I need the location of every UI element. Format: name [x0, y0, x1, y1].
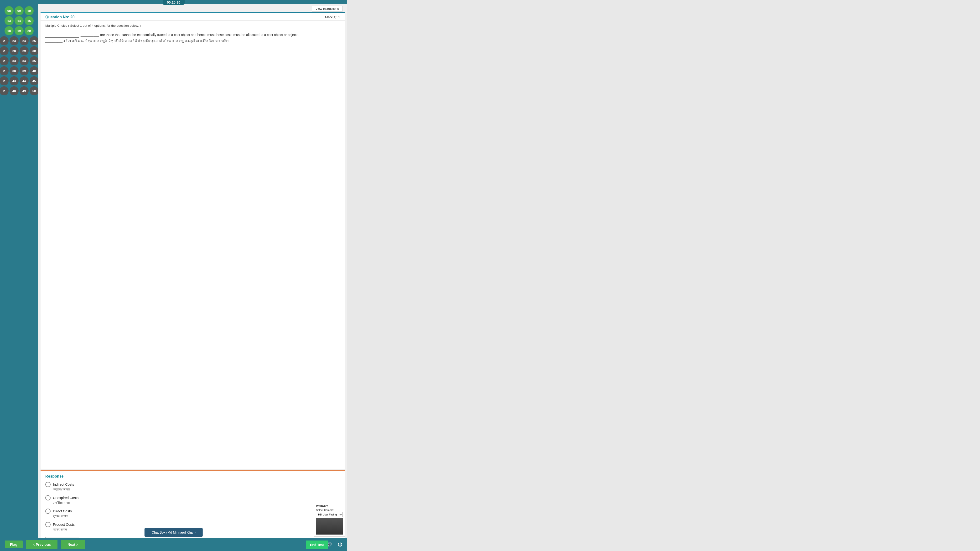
question-number-btn[interactable]: 48 [10, 86, 19, 95]
option-row[interactable]: Direct Costs [45, 508, 340, 514]
question-number-btn[interactable]: 28 [10, 46, 19, 55]
options-container: Indirect Costsअप्रत्यक्ष लागतUnexpired C… [45, 482, 340, 532]
option-label-english: Unexpired Costs [53, 496, 78, 500]
response-section: Response Indirect Costsअप्रत्यक्ष लागतUn… [41, 471, 345, 549]
sidebar-row: 2484950 [2, 86, 37, 95]
question-number-btn[interactable]: 2 [0, 66, 9, 75]
question-number-btn[interactable]: 20 [25, 26, 33, 35]
question-number-btn[interactable]: 40 [30, 66, 38, 75]
end-test-button[interactable]: End Test [306, 540, 328, 549]
top-bar: 00:25:30 [0, 0, 347, 4]
question-number: Question No: 20 [45, 15, 75, 19]
question-text-en: __________ are those that cannot be econ… [81, 33, 299, 37]
question-number-btn[interactable]: 24 [19, 36, 29, 45]
webcam-select-label: Select Camera: [316, 508, 343, 511]
option-row[interactable]: Product Costs [45, 522, 340, 527]
question-number-btn[interactable]: 14 [14, 16, 24, 25]
question-number-btn[interactable]: 2 [0, 36, 9, 45]
radio-button[interactable] [45, 508, 51, 514]
radio-button[interactable] [45, 482, 51, 487]
question-number-btn[interactable]: 2 [0, 86, 9, 95]
option-label-english: Indirect Costs [53, 483, 74, 486]
webcam-preview [316, 518, 343, 535]
sidebar-row: 2232425 [2, 36, 37, 45]
question-number-btn[interactable]: 2 [0, 76, 9, 85]
question-number-btn[interactable]: 25 [30, 36, 38, 45]
view-instructions-button[interactable]: View Instructions [312, 6, 342, 12]
sidebar-row: 2434445 [2, 76, 37, 85]
question-number-btn[interactable]: 39 [19, 66, 29, 75]
question-number-btn[interactable]: 29 [19, 46, 29, 55]
question-number-btn[interactable]: 18 [5, 26, 14, 35]
option-label-hindi: प्रत्यक्ष लागत [53, 514, 340, 518]
blank-line [45, 32, 79, 38]
question-number-row: Question No: 20 Mark(s): 1 [41, 13, 345, 21]
bottom-bar: Flag < Previous Next > 🔊 End Test ⏻ [0, 538, 347, 551]
sidebar-row: 2282930 [2, 46, 37, 55]
question-number-btn[interactable]: 23 [10, 36, 19, 45]
question-panel: Question No: 20 Mark(s): 1 Multiple Choi… [41, 12, 345, 469]
content-header: View Instructions [38, 4, 347, 12]
question-number-btn[interactable]: 45 [30, 76, 38, 85]
response-title: Response [45, 474, 340, 478]
question-number-btn[interactable]: 08 [5, 6, 14, 15]
question-number-btn[interactable]: 50 [30, 86, 38, 95]
question-number-btn[interactable]: 13 [5, 16, 14, 25]
webcam-title: WebCam [316, 504, 343, 508]
content-area: View Instructions Question No: 20 Mark(s… [38, 4, 347, 551]
sidebar-row: 2383940 [2, 66, 37, 75]
power-icon[interactable]: ⏻ [338, 542, 342, 547]
previous-button[interactable]: < Previous [26, 540, 57, 549]
question-text: __________ are those that cannot be econ… [41, 30, 345, 47]
sidebar-row: 181920 [2, 26, 37, 35]
main-layout: 0809101314151819202232425228293023334352… [0, 4, 347, 551]
option-item: Unexpired Costsअनपेक्षित लागत [45, 495, 340, 505]
question-number-btn[interactable]: 09 [14, 6, 24, 15]
webcam-camera-select[interactable]: HD User Facing [316, 512, 343, 517]
question-text-hi: __________ वे हैं जो आर्थिक रूप से एक ला… [45, 39, 340, 44]
option-label-english: Direct Costs [53, 509, 72, 513]
option-item: Direct Costsप्रत्यक्ष लागत [45, 508, 340, 518]
question-number-btn[interactable]: 34 [19, 56, 29, 65]
option-label-hindi: अनपेक्षित लागत [53, 501, 340, 505]
question-number-btn[interactable]: 44 [19, 76, 29, 85]
marks-label: Mark(s): 1 [325, 15, 340, 19]
sidebar: 0809101314151819202232425228293023334352… [0, 4, 38, 551]
webcam-person-view [316, 518, 343, 535]
question-number-btn[interactable]: 19 [14, 26, 24, 35]
option-row[interactable]: Unexpired Costs [45, 495, 340, 500]
question-number-btn[interactable]: 35 [30, 56, 38, 65]
sidebar-row: 131415 [2, 16, 37, 25]
question-number-btn[interactable]: 33 [10, 56, 19, 65]
question-number-btn[interactable]: 2 [0, 46, 9, 55]
question-meta: Multiple Choice ( Select 1 out of 4 opti… [41, 21, 345, 30]
chat-box: Chat Box (Md Minnarul Khan) [145, 528, 203, 537]
option-label-english: Product Costs [53, 522, 75, 526]
option-item: Indirect Costsअप्रत्यक्ष लागत [45, 482, 340, 491]
sidebar-row: 080910 [2, 6, 37, 15]
question-number-btn[interactable]: 15 [25, 16, 33, 25]
question-number-btn[interactable]: 30 [30, 46, 38, 55]
sidebar-row: 2333435 [2, 56, 37, 65]
timer-display: 00:25:30 [163, 0, 185, 5]
radio-button[interactable] [45, 495, 51, 500]
webcam-panel: WebCam Select Camera: HD User Facing [314, 502, 345, 537]
option-row[interactable]: Indirect Costs [45, 482, 340, 487]
question-number-btn[interactable]: 38 [10, 66, 19, 75]
next-button[interactable]: Next > [61, 540, 85, 549]
question-number-btn[interactable]: 43 [10, 76, 19, 85]
question-number-btn[interactable]: 2 [0, 56, 9, 65]
radio-button[interactable] [45, 522, 51, 527]
option-label-hindi: अप्रत्यक्ष लागत [53, 487, 340, 491]
question-number-btn[interactable]: 49 [19, 86, 29, 95]
question-number-btn[interactable]: 10 [25, 6, 33, 15]
flag-button[interactable]: Flag [5, 540, 23, 548]
